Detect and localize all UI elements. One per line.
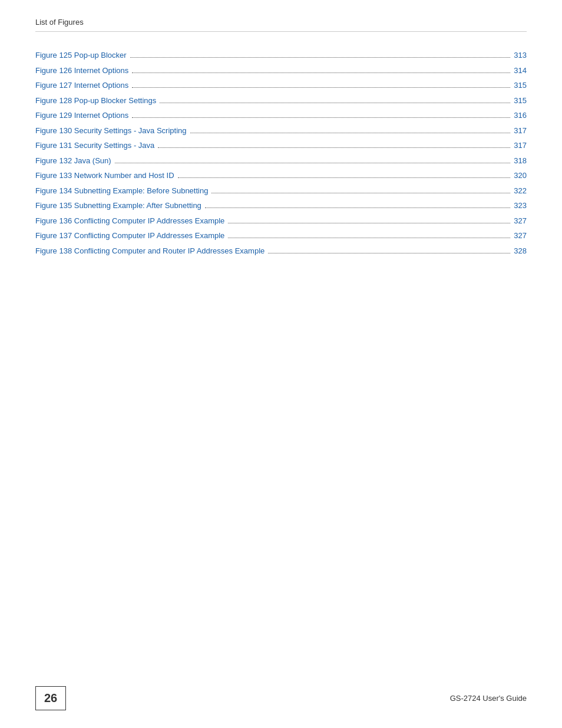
toc-link[interactable]: Figure 133 Network Number and Host ID — [35, 170, 174, 182]
toc-page: 328 — [514, 245, 527, 257]
header-section: List of Figures — [35, 18, 527, 32]
footer-guide-title: GS-2724 User's Guide — [450, 694, 527, 703]
toc-dots — [132, 73, 510, 73]
toc-page: 313 — [514, 50, 527, 61]
toc-page: 315 — [514, 80, 527, 91]
toc-list: Figure 125 Pop-up Blocker313Figure 126 I… — [35, 50, 527, 256]
toc-page: 327 — [514, 230, 527, 242]
toc-item: Figure 133 Network Number and Host ID320 — [35, 170, 527, 182]
toc-page: 322 — [514, 185, 527, 197]
toc-dots — [160, 103, 510, 103]
footer-page-number: 26 — [35, 686, 66, 710]
toc-item: Figure 132 Java (Sun)318 — [35, 155, 527, 167]
toc-dots — [132, 117, 510, 118]
toc-item: Figure 127 Internet Options315 — [35, 80, 527, 91]
toc-item: Figure 129 Internet Options316 — [35, 110, 527, 121]
header-title: List of Figures — [35, 18, 84, 27]
toc-item: Figure 135 Subnetting Example: After Sub… — [35, 200, 527, 212]
toc-page: 317 — [514, 125, 527, 137]
toc-link[interactable]: Figure 132 Java (Sun) — [35, 155, 111, 167]
toc-page: 323 — [514, 200, 527, 212]
toc-dots — [158, 147, 510, 148]
toc-item: Figure 138 Conflicting Computer and Rout… — [35, 245, 527, 257]
toc-dots — [115, 163, 511, 163]
toc-page: 327 — [514, 215, 527, 227]
toc-link[interactable]: Figure 138 Conflicting Computer and Rout… — [35, 245, 265, 257]
toc-item: Figure 128 Pop-up Blocker Settings315 — [35, 95, 527, 107]
toc-page: 315 — [514, 95, 527, 107]
toc-page: 317 — [514, 140, 527, 151]
toc-item: Figure 125 Pop-up Blocker313 — [35, 50, 527, 61]
toc-link[interactable]: Figure 128 Pop-up Blocker Settings — [35, 95, 156, 107]
toc-dots — [268, 253, 510, 253]
toc-item: Figure 130 Security Settings - Java Scri… — [35, 125, 527, 137]
page-container: List of Figures Figure 125 Pop-up Blocke… — [0, 0, 562, 728]
toc-dots — [211, 193, 510, 193]
toc-link[interactable]: Figure 126 Internet Options — [35, 65, 128, 77]
toc-dots — [190, 133, 511, 133]
toc-dots — [130, 57, 511, 58]
toc-page: 316 — [514, 110, 527, 121]
toc-item: Figure 131 Security Settings - Java317 — [35, 140, 527, 151]
toc-link[interactable]: Figure 137 Conflicting Computer IP Addre… — [35, 230, 224, 242]
toc-page: 318 — [514, 155, 527, 167]
toc-link[interactable]: Figure 136 Conflicting Computer IP Addre… — [35, 215, 224, 227]
toc-dots — [205, 207, 510, 208]
toc-page: 320 — [514, 170, 527, 182]
toc-link[interactable]: Figure 125 Pop-up Blocker — [35, 50, 127, 61]
toc-page: 314 — [514, 65, 527, 77]
toc-link[interactable]: Figure 131 Security Settings - Java — [35, 140, 154, 151]
toc-dots — [178, 177, 511, 178]
toc-item: Figure 136 Conflicting Computer IP Addre… — [35, 215, 527, 227]
toc-dots — [132, 87, 510, 88]
toc-link[interactable]: Figure 127 Internet Options — [35, 80, 128, 91]
toc-link[interactable]: Figure 134 Subnetting Example: Before Su… — [35, 185, 208, 197]
toc-item: Figure 126 Internet Options314 — [35, 65, 527, 77]
toc-link[interactable]: Figure 135 Subnetting Example: After Sub… — [35, 200, 201, 212]
toc-link[interactable]: Figure 130 Security Settings - Java Scri… — [35, 125, 187, 137]
toc-link[interactable]: Figure 129 Internet Options — [35, 110, 128, 121]
toc-dots — [228, 238, 510, 238]
toc-item: Figure 137 Conflicting Computer IP Addre… — [35, 230, 527, 242]
footer-section: 26 GS-2724 User's Guide — [0, 686, 562, 710]
toc-dots — [228, 223, 510, 223]
toc-item: Figure 134 Subnetting Example: Before Su… — [35, 185, 527, 197]
